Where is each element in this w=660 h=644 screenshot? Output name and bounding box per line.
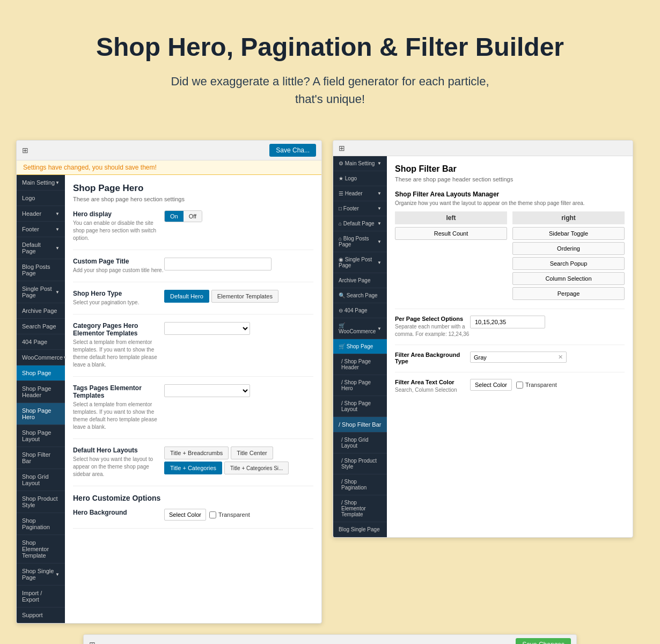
filter-field-label-perpage: Per Page Select Options Separate each nu…: [395, 316, 470, 338]
sidebar-item-shop-hero[interactable]: Shop Page Hero: [17, 403, 65, 425]
field-control-hero-bg: Select Color Transparent: [164, 509, 313, 521]
section-title-1: Shop Page Hero: [73, 183, 313, 194]
filter-bg-select[interactable]: Gray ✕: [470, 352, 567, 363]
sidebar-item-import[interactable]: Import / Export: [17, 586, 65, 608]
layout-categories-si-btn[interactable]: Title + Categories Si...: [224, 462, 289, 474]
hero-bg-transparent-label[interactable]: Transparent: [209, 511, 250, 518]
sidebar-item-shop-pagination[interactable]: Shop Pagination: [17, 513, 65, 535]
sidebar-item-main-setting[interactable]: Main Setting▼: [17, 175, 65, 191]
perpage-btn[interactable]: Perpage: [512, 287, 625, 300]
right-col-header: right: [512, 211, 625, 224]
field-hero-type: Shop Hero Type Select your pagination ty…: [73, 290, 313, 314]
field-name-cat-templates: Category Pages Hero Elementor Templates: [73, 322, 164, 337]
filter-field-name-text-color: Filter Area Text Color: [395, 379, 470, 385]
layout-manager: Shop Filter Area Layouts Manager Organiz…: [395, 191, 625, 302]
sidebar-item-support[interactable]: Support: [17, 608, 65, 623]
sb2-logo[interactable]: ★ Logo: [333, 171, 387, 186]
sidebar-item-shop-elementor[interactable]: Shop Elementor Template: [17, 535, 65, 564]
filter-bg-clear-icon[interactable]: ✕: [558, 354, 563, 361]
sb2-shop-grid[interactable]: / Shop Grid Layout: [333, 433, 387, 453]
sidebar-item-shop-single[interactable]: Shop Single Page▼: [17, 564, 65, 586]
layout-center-btn[interactable]: Title Center: [231, 447, 273, 459]
sidebar-item-woo[interactable]: WooCommerce▼: [17, 350, 65, 365]
save-changes-btn-1[interactable]: Save Cha...: [269, 144, 316, 157]
layout-manager-title: Shop Filter Area Layouts Manager: [395, 191, 625, 198]
save-changes-btn-3[interactable]: Save Changes: [516, 638, 571, 644]
column-selection-btn[interactable]: Column Selection: [512, 272, 625, 285]
layout-breadcrumbs-btn[interactable]: Title + Breadcrumbs: [164, 447, 229, 459]
toggle-on-btn[interactable]: On: [165, 211, 184, 222]
field-name-hero-display: Hero display: [73, 210, 164, 218]
panel-body-2: ⚙ Main Setting▼ ★ Logo ☰ Header▼ □ Foote…: [333, 156, 633, 537]
tags-templates-select[interactable]: [164, 384, 250, 397]
sidebar-item-shop-layout[interactable]: Shop Page Layout: [17, 425, 65, 447]
sb2-default[interactable]: ⌂ Default Page▼: [333, 216, 387, 231]
sidebar-item-404[interactable]: 404 Page: [17, 334, 65, 350]
sb2-shop[interactable]: 🛒 Shop Page: [333, 339, 387, 354]
hero-display-toggle[interactable]: On Off: [164, 210, 202, 222]
sidebar-2: ⚙ Main Setting▼ ★ Logo ☰ Header▼ □ Foote…: [333, 156, 387, 537]
sidebar-item-shop-filter[interactable]: Shop Filter Bar: [17, 447, 65, 469]
layout-col-left: left Result Count: [395, 211, 507, 242]
filter-text-color-btn[interactable]: Select Color: [470, 379, 512, 391]
ordering-btn[interactable]: Ordering: [512, 242, 625, 255]
sidebar-item-header[interactable]: Header▼: [17, 206, 65, 222]
filter-text-transparent-check[interactable]: [516, 382, 523, 389]
hero-type-default-btn[interactable]: Default Hero: [164, 290, 209, 303]
filter-field-control-bg: Gray ✕: [470, 352, 625, 363]
layout-categories-btn[interactable]: Title + Categories: [164, 462, 222, 474]
sidebar-item-shop-product[interactable]: Shop Product Style: [17, 491, 65, 513]
sb2-header[interactable]: ☰ Header▼: [333, 186, 387, 201]
filter-field-desc-text-color: Search, Column Selection: [395, 386, 470, 394]
sidebar-item-logo[interactable]: Logo: [17, 191, 65, 206]
top-bar-3: ⊞ Save Changes: [84, 635, 576, 644]
sidebar-item-default-page[interactable]: Default Page▼: [17, 237, 65, 259]
sidebar-item-shop-grid[interactable]: Shop Grid Layout: [17, 469, 65, 491]
filter-bar-title: Shop Filter Bar: [395, 164, 625, 174]
hero-bg-color-btn[interactable]: Select Color: [164, 509, 206, 521]
sidebar-item-search[interactable]: Search Page: [17, 319, 65, 334]
field-hero-bg: Hero Background Select Color Transparent: [73, 509, 313, 529]
sb2-shop-pagination2[interactable]: / Shop Pagination: [333, 474, 387, 495]
sb2-shop-single-page[interactable]: Blog Single Page: [333, 522, 387, 537]
sb2-footer[interactable]: □ Footer▼: [333, 201, 387, 216]
hero-section: Shop Hero, Pagination & Filter Builder D…: [0, 0, 660, 129]
sb2-shop-header[interactable]: / Shop Page Header: [333, 354, 387, 375]
field-tags-templates: Tags Pages Elementor Templates Select a …: [73, 384, 313, 439]
sb2-shop-filter[interactable]: / Shop Filter Bar: [333, 417, 387, 433]
sb2-shop-layout[interactable]: / Shop Page Layout: [333, 396, 387, 417]
grid-icon: ⊞: [22, 146, 28, 155]
category-templates-select[interactable]: [164, 322, 250, 335]
filter-text-transparent-label[interactable]: Transparent: [516, 382, 557, 389]
hero-type-elementor-btn[interactable]: Elementor Templates: [211, 290, 278, 303]
sb2-blog[interactable]: ⌂ Blog Posts Page▼: [333, 231, 387, 252]
sidebar-item-blog-posts[interactable]: Blog Posts Page: [17, 259, 65, 281]
sidebar-item-shop-header[interactable]: Shop Page Header: [17, 381, 65, 403]
result-count-btn[interactable]: Result Count: [395, 227, 507, 240]
field-category-templates: Category Pages Hero Elementor Templates …: [73, 322, 313, 377]
hero-bg-transparent-check[interactable]: [209, 511, 216, 518]
sb2-shop-hero[interactable]: / Shop Page Hero: [333, 375, 387, 396]
sb2-archive[interactable]: Archive Page: [333, 273, 387, 288]
sidebar-item-archive[interactable]: Archive Page: [17, 303, 65, 319]
sidebar-item-single-post[interactable]: Single Post Page▼: [17, 281, 65, 303]
sb2-woo[interactable]: 🛒 WooCommerce▼: [333, 318, 387, 339]
sb2-single[interactable]: ◉ Single Post Page▼: [333, 252, 387, 273]
sidebar-item-footer[interactable]: Footer▼: [17, 222, 65, 237]
sb2-main-setting[interactable]: ⚙ Main Setting▼: [333, 156, 387, 171]
field-desc-hero-type: Select your pagination type.: [73, 299, 164, 306]
sb2-search[interactable]: 🔍 Search Page: [333, 288, 387, 303]
search-popup-btn[interactable]: Search Popup: [512, 257, 625, 270]
toggle-off-btn[interactable]: Off: [184, 211, 202, 222]
filter-field-desc-perpage: Separate each number with a comma. For e…: [395, 323, 470, 338]
sidebar-toggle-btn[interactable]: Sidebar Toggle: [512, 227, 625, 240]
warning-bar-1: Settings have changed, you should save t…: [17, 160, 321, 175]
per-page-input[interactable]: [470, 316, 545, 328]
sb2-404[interactable]: ⊖ 404 Page: [333, 303, 387, 318]
sidebar-item-shop[interactable]: Shop Page: [17, 365, 65, 381]
field-default-hero-layouts: Default Hero Layouts Select how you want…: [73, 447, 313, 486]
hero-title: Shop Hero, Pagination & Filter Builder: [11, 32, 649, 62]
custom-title-input[interactable]: [164, 258, 272, 270]
sb2-shop-product[interactable]: / Shop Product Style: [333, 453, 387, 474]
sb2-shop-elementor2[interactable]: / Shop Elementor Template: [333, 495, 387, 522]
